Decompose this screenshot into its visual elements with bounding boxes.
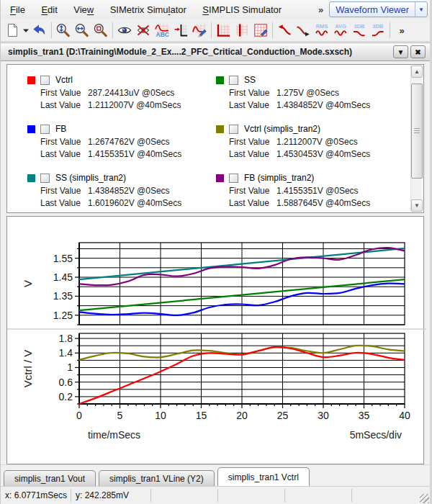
prev-curve-button[interactable] — [294, 21, 312, 40]
new-document-icon — [4, 22, 20, 38]
edit-curve-button[interactable] — [190, 21, 209, 40]
menu-item[interactable]: Edit — [35, 2, 63, 17]
legend-panel: Vctrl First Value287.24413uV @0Secs Last… — [6, 64, 424, 213]
zoom-rect-button[interactable] — [91, 21, 110, 40]
tab-bar: simplis_tran1 Vout simplis_tran1 VLine (… — [1, 464, 430, 486]
add-grid-button[interactable] — [214, 21, 233, 40]
x-tick-label: 25 — [277, 410, 289, 421]
curve-name: SS — [244, 75, 256, 85]
new-document-dropdown-button[interactable] — [22, 21, 30, 40]
svg-text:3DB: 3DB — [372, 23, 384, 30]
curve-color-swatch — [27, 125, 35, 133]
chart-panel[interactable]: 1.251.351.451.55V0.20.611.41.8Vctrl / V0… — [6, 216, 424, 464]
show-curve-icon — [117, 22, 132, 38]
dropdown-arrow-icon[interactable]: ▼ — [415, 2, 427, 17]
waveform-viewer-select[interactable]: Waveform Viewer ▼ — [329, 1, 428, 17]
db3-low-icon: 3DB — [351, 22, 367, 38]
curve-color-swatch — [27, 76, 35, 84]
waveform-chart[interactable]: 1.251.351.451.55V0.20.611.41.8Vctrl / V0… — [7, 217, 426, 464]
menu-item[interactable]: View — [67, 2, 100, 17]
y-axis-label: Vctrl / V — [22, 350, 34, 388]
curve-checkbox[interactable] — [40, 174, 50, 183]
y-tick-label: 1 — [67, 361, 73, 373]
scroll-down-icon[interactable]: ▼ — [411, 199, 423, 212]
curve-checkbox[interactable] — [229, 125, 238, 134]
new-document-button[interactable] — [3, 21, 22, 40]
menu-item[interactable]: SIMPLIS Simulator — [196, 2, 288, 17]
waveform-viewer-window: File Edit View SIMetrix Simulator SIMPLI… — [0, 0, 432, 504]
zoom-fit-x-icon — [74, 22, 90, 38]
db3-high-button[interactable]: 3DB — [369, 21, 387, 40]
toolbar-separator — [390, 22, 390, 38]
y-tick-label: 1.45 — [53, 271, 73, 283]
hide-curve-icon — [135, 22, 151, 38]
first-value: 1.4384852V @0Secs — [88, 186, 170, 196]
close-button[interactable]: ✖ — [410, 45, 426, 58]
add-axis-button[interactable] — [171, 21, 190, 40]
zoom-fit-x-button[interactable] — [73, 21, 91, 40]
svg-text:3DB: 3DB — [354, 23, 365, 30]
rms-icon: RMS — [314, 22, 330, 38]
x-tick-label: 35 — [359, 410, 370, 421]
last-value-label: Last Value — [229, 149, 276, 159]
label-curve-button[interactable]: ABC — [153, 21, 171, 40]
label-curve-icon: ABC — [154, 22, 170, 38]
avg-button[interactable]: AVG — [331, 21, 350, 40]
last-value: 1.6019602V @40mSecs — [88, 198, 181, 208]
resize-grip[interactable] — [420, 494, 429, 503]
edit-grid-button[interactable] — [251, 21, 270, 40]
last-value: 1.4384852V @40mSecs — [276, 100, 370, 110]
edit-grid-icon — [253, 22, 269, 38]
first-value: 1.275V @0Secs — [276, 88, 339, 98]
add-cursor-button[interactable] — [233, 21, 251, 40]
show-curve-button[interactable] — [115, 21, 134, 40]
curve-checkbox[interactable] — [229, 76, 238, 85]
scrollbar-thumb[interactable] — [411, 84, 423, 179]
x-tick-label: 15 — [196, 410, 207, 421]
curve-checkbox[interactable] — [229, 174, 238, 183]
first-value: 287.24413uV @0Secs — [88, 88, 174, 98]
undo-button[interactable] — [30, 21, 49, 40]
viewer-select-label: Waveform Viewer — [330, 4, 415, 15]
first-value: 1.4155351V @0Secs — [276, 186, 359, 196]
toolbar-separator — [112, 22, 113, 38]
menu-item[interactable]: File — [4, 2, 32, 17]
svg-text:ABC: ABC — [156, 31, 169, 38]
add-grid-icon — [215, 22, 231, 38]
hide-curve-button[interactable] — [134, 21, 153, 40]
y-tick-label: 1.25 — [53, 310, 73, 321]
zoom-fit-y-button[interactable] — [54, 21, 73, 40]
next-curve-button[interactable] — [275, 21, 294, 40]
db3-low-button[interactable]: 3DB — [350, 21, 369, 40]
curve-name: Vctrl — [55, 75, 73, 85]
more-button[interactable]: » — [392, 21, 411, 40]
legend-entry: FB (simplis_tran2) First Value1.4155351V… — [216, 171, 406, 210]
plot-tab[interactable]: simplis_tran1 Vout — [4, 470, 96, 486]
scroll-up-icon[interactable]: ▲ — [411, 66, 423, 78]
curve-checkbox[interactable] — [40, 76, 50, 85]
legend-entry: Vctrl (simplis_tran2) First Value1.21120… — [216, 122, 406, 161]
y-tick-label: 1.4 — [59, 347, 73, 359]
plot-tab[interactable]: simplis_tran1 Vctrl — [217, 467, 310, 486]
rms-button[interactable]: RMS — [312, 21, 331, 40]
restore-button[interactable]: ▼ — [393, 45, 408, 58]
legend-scrollbar[interactable]: ▲ ▼ — [410, 66, 423, 212]
menu-item[interactable]: SIMetrix Simulator — [104, 2, 193, 17]
plot-tab[interactable]: simplis_tran1 VLine (Y2) — [99, 470, 215, 486]
curve-name: FB (simplis_tran2) — [244, 173, 314, 183]
curve-checkbox[interactable] — [40, 125, 50, 134]
legend-entry: SS (simplis_tran2) First Value1.4384852V… — [27, 171, 216, 210]
cursor-x-readout: x: 6.0771mSecs — [1, 489, 71, 502]
x-tick-label: 40 — [399, 410, 410, 421]
zoom-rect-icon — [93, 22, 109, 38]
plot-window-titlebar[interactable]: simplis_tran1 (D:\Training\Module_2_Ex..… — [1, 42, 430, 61]
curve-color-swatch — [216, 174, 224, 182]
avg-icon: AVG — [333, 22, 348, 38]
menu-overflow-icon[interactable]: » — [312, 4, 329, 15]
y-tick-label: 0.6 — [59, 377, 73, 388]
svg-text:RMS: RMS — [316, 23, 328, 30]
edit-curve-icon — [192, 22, 207, 38]
last-value: 1.4530453V @40mSecs — [276, 149, 370, 159]
zoom-fit-y-icon — [55, 22, 71, 38]
x-tick-label: 30 — [318, 410, 329, 421]
